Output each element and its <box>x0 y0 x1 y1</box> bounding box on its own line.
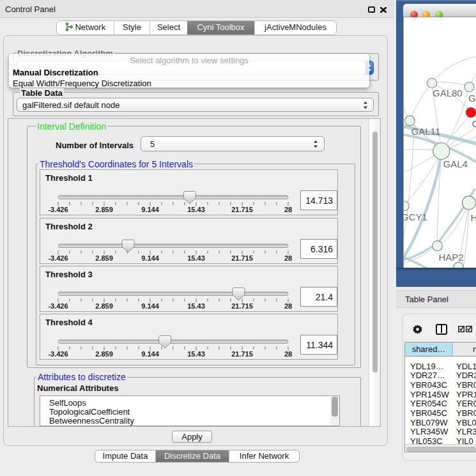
svg-text:-3.426: -3.426 <box>48 302 68 310</box>
svg-text:28: 28 <box>284 254 292 262</box>
svg-text:HI: HI <box>471 212 476 223</box>
svg-text:-3.426: -3.426 <box>48 254 68 262</box>
svg-text:15.43: 15.43 <box>187 350 205 358</box>
svg-text:-3.426: -3.426 <box>48 206 68 213</box>
svg-text:GAL80: GAL80 <box>433 88 463 98</box>
svg-text:2.859: 2.859 <box>95 254 113 262</box>
svg-text:HAP2: HAP2 <box>439 252 464 263</box>
svg-text:2.859: 2.859 <box>95 350 113 358</box>
svg-text:15.43: 15.43 <box>187 254 205 262</box>
svg-text:21.715: 21.715 <box>231 302 253 310</box>
svg-text:9.144: 9.144 <box>141 254 159 262</box>
svg-text:GA: GA <box>468 93 476 104</box>
svg-text:2.859: 2.859 <box>95 206 113 213</box>
svg-text:9.144: 9.144 <box>141 302 159 310</box>
svg-text:21.715: 21.715 <box>231 350 253 358</box>
svg-text:28: 28 <box>284 350 292 358</box>
svg-text:GCY1: GCY1 <box>404 211 427 222</box>
svg-text:28: 28 <box>284 206 292 213</box>
svg-text:15.43: 15.43 <box>187 302 205 310</box>
svg-text:9.144: 9.144 <box>141 206 159 213</box>
svg-text:-3.426: -3.426 <box>48 350 68 358</box>
svg-text:2.859: 2.859 <box>95 302 113 310</box>
svg-text:15.43: 15.43 <box>187 206 205 213</box>
svg-text:21.715: 21.715 <box>231 254 253 262</box>
svg-text:GAL4: GAL4 <box>443 158 468 169</box>
svg-text:9.144: 9.144 <box>141 350 159 358</box>
svg-text:CD: CD <box>472 118 476 129</box>
svg-text:GAL11: GAL11 <box>411 126 441 137</box>
svg-text:21.715: 21.715 <box>231 206 253 213</box>
svg-text:28: 28 <box>284 302 292 310</box>
